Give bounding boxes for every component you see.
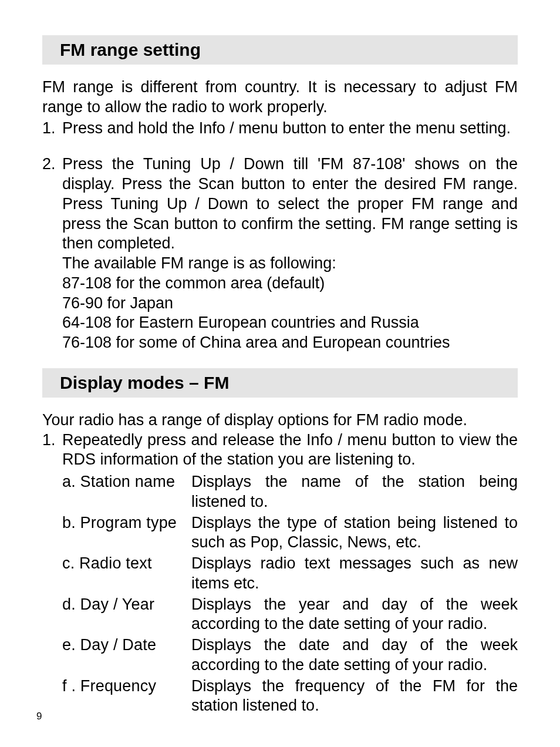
item-label-radio-text: c. Radio text [62, 554, 191, 594]
range-intro: The available FM range is as following: [42, 254, 518, 274]
range-option-japan: 76-90 for Japan [42, 294, 518, 314]
list-item: b. Program type Displays the type of sta… [62, 513, 518, 553]
list-item: a. Station name Displays the name of the… [62, 472, 518, 512]
step-marker: 2. [42, 154, 62, 254]
range-option-china-europe: 76-108 for some of China area and Europe… [42, 333, 518, 353]
step-body: Press and hold the Info / menu button to… [62, 119, 518, 139]
heading-fm-range-setting: FM range setting [42, 35, 518, 65]
item-label-station-name: a. Station name [62, 472, 191, 512]
item-desc: Displays the name of the station being l… [191, 472, 518, 512]
page-number: 9 [36, 711, 42, 722]
item-label-program-type: b. Program type [62, 513, 191, 553]
step-1-display-modes: 1. Repeatedly press and release the Info… [42, 430, 518, 470]
item-desc: Displays the year and day of the week ac… [191, 595, 518, 635]
list-item: c. Radio text Displays radio text messag… [62, 554, 518, 594]
step-2-fm-range: 2. Press the Tuning Up / Down till 'FM 8… [42, 154, 518, 254]
step-marker: 1. [42, 430, 62, 470]
range-option-default: 87-108 for the common area (default) [42, 274, 518, 294]
list-item: d. Day / Year Displays the year and day … [62, 595, 518, 635]
item-label-frequency: f . Frequency [62, 677, 191, 716]
para-fm-range-intro: FM range is different from country. It i… [42, 78, 518, 117]
heading-display-modes-fm: Display modes – FM [42, 368, 518, 398]
item-desc: Displays radio text messages such as new… [191, 554, 518, 594]
item-desc: Displays the type of station being liste… [191, 513, 518, 553]
item-label-day-year: d. Day / Year [62, 595, 191, 635]
range-option-eastern-europe: 64-108 for Eastern European countries an… [42, 313, 518, 333]
display-mode-list: a. Station name Displays the name of the… [42, 472, 518, 716]
item-desc: Displays the date and day of the week ac… [191, 635, 518, 675]
list-item: f . Frequency Displays the frequency of … [62, 677, 518, 716]
step-marker: 1. [42, 119, 62, 139]
item-desc: Displays the frequency of the FM for the… [191, 677, 518, 716]
step-body: Repeatedly press and release the Info / … [62, 430, 518, 470]
list-item: e. Day / Date Displays the date and day … [62, 635, 518, 675]
item-label-day-date: e. Day / Date [62, 635, 191, 675]
step-body: Press the Tuning Up / Down till 'FM 87-1… [62, 154, 518, 254]
step-1-fm-range: 1. Press and hold the Info / menu button… [42, 119, 518, 139]
para-display-modes-intro: Your radio has a range of display option… [42, 410, 518, 430]
